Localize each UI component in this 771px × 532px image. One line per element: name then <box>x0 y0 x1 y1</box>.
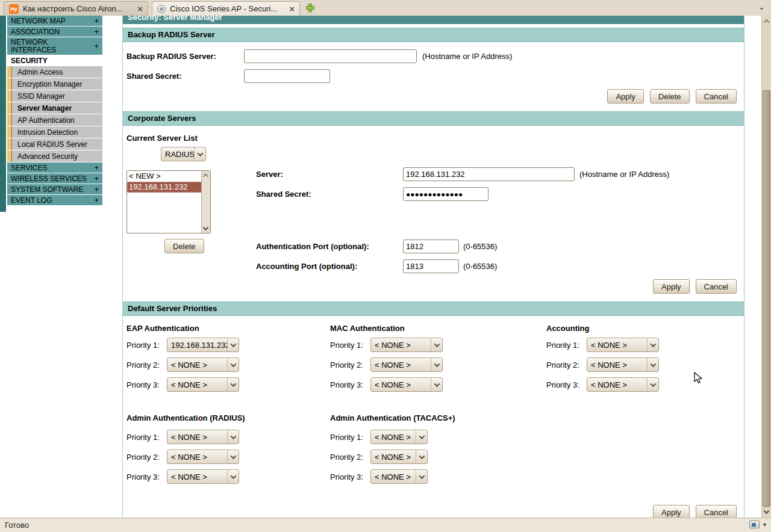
acct-priority-3-select[interactable]: < NONE > <box>587 377 659 392</box>
chevron-down-icon <box>431 338 442 351</box>
close-tab-icon[interactable]: × <box>289 5 295 13</box>
section-header-default-priorities: Default Server Priorities <box>123 302 744 316</box>
list-delete-button[interactable]: Delete <box>164 239 204 253</box>
sidebar-edge-strip <box>0 16 6 212</box>
chevron-down-icon <box>194 147 205 161</box>
browser-window: Hy Как настроить Cisco Airon... × Cisco … <box>0 0 771 532</box>
acct-port-input[interactable] <box>403 259 459 273</box>
admin-tacacs-priority-2-select[interactable]: < NONE > <box>370 450 428 464</box>
admin-tacacs-priority-1-select[interactable]: < NONE > <box>370 430 428 444</box>
page-favicon-icon <box>157 5 166 13</box>
backup-delete-button[interactable]: Delete <box>650 89 690 104</box>
scroll-down-icon[interactable] <box>764 508 770 514</box>
mouse-cursor-icon <box>694 372 702 385</box>
list-delete-row: Delete <box>164 239 204 253</box>
scroll-up-icon[interactable] <box>764 19 770 25</box>
vertical-scrollbar[interactable] <box>761 16 771 518</box>
scrollbar-thumb[interactable] <box>763 90 770 507</box>
sidebar-item-encryption-manager[interactable]: Encryption Manager <box>7 78 102 90</box>
auth-port-input[interactable] <box>403 240 459 253</box>
corporate-button-row: Apply Cancel <box>653 279 737 294</box>
listbox-scrollbar[interactable] <box>201 171 210 233</box>
expand-plus-icon[interactable]: + <box>94 16 99 25</box>
backup-secret-input[interactable] <box>244 69 330 83</box>
sidebar-item-association[interactable]: ASSOCIATION + <box>7 26 102 37</box>
new-tab-button[interactable] <box>305 3 315 13</box>
priorities-apply-button[interactable]: Apply <box>653 505 690 518</box>
admin-radius-priority-3-select[interactable]: < NONE > <box>167 469 239 484</box>
sidebar-item-admin-access[interactable]: Admin Access <box>7 66 102 78</box>
acct-port-label: Accounting Port (optional): <box>256 262 357 271</box>
backup-server-label: Backup RADIUS Server: <box>126 52 216 61</box>
sidebar-item-intrusion-detection[interactable]: Intrusion Detection <box>7 126 102 138</box>
sidebar-item-network-map[interactable]: NETWORK MAP + <box>7 16 102 26</box>
acct-priority-2-select[interactable]: < NONE > <box>587 357 659 372</box>
server-input[interactable] <box>403 167 575 181</box>
sidebar-item-network-interfaces[interactable]: NETWORK INTERFACES + <box>7 37 102 55</box>
expand-plus-icon[interactable]: + <box>94 174 99 183</box>
server-hint: (Hostname or IP Address) <box>579 170 669 179</box>
sidebar-item-local-radius-server[interactable]: Local RADIUS Server <box>7 138 102 150</box>
mac-priority-3-select[interactable]: < NONE > <box>370 377 443 392</box>
tab-cisco-ap[interactable]: Cisco IOS Series AP - Securi... × <box>152 1 300 16</box>
sidebar-item-advanced-security[interactable]: Advanced Security <box>7 150 102 162</box>
expand-plus-icon[interactable]: + <box>94 163 99 172</box>
tab-habr-article[interactable]: Hy Как настроить Cisco Airon... × <box>4 1 148 16</box>
backup-button-row: Apply Delete Cancel <box>607 89 737 104</box>
image-placeholder-icon[interactable] <box>749 521 760 528</box>
list-item-new[interactable]: < NEW > <box>127 171 210 182</box>
tab-title: Как настроить Cisco Airon... <box>23 4 133 13</box>
expand-plus-icon[interactable]: + <box>94 27 99 36</box>
section-header-backup-radius: Backup RADIUS Server <box>123 28 744 42</box>
scroll-up-icon[interactable] <box>203 173 209 179</box>
eap-priority-2-select[interactable]: < NONE > <box>167 357 239 372</box>
auth-port-label: Authentication Port (optional): <box>256 242 369 251</box>
server-listbox[interactable]: < NEW > 192.168.131.232 <box>126 170 211 234</box>
close-tab-icon[interactable]: × <box>137 5 143 13</box>
sidebar-item-services[interactable]: SERVICES + <box>7 162 102 173</box>
mac-priority-1-select[interactable]: < NONE > <box>370 338 443 352</box>
tab-list-chevron-icon[interactable]: ⌄ <box>758 2 765 11</box>
group-title-mac: MAC Authentication <box>330 324 405 333</box>
chevron-down-icon <box>227 450 239 463</box>
acct-priority-1-select[interactable]: < NONE > <box>587 338 659 352</box>
sidebar-item-ssid-manager[interactable]: SSID Manager <box>7 90 102 102</box>
sidebar-item-ap-authentication[interactable]: AP Authentication <box>7 114 102 126</box>
dropdown-caret-icon[interactable]: ▾ <box>763 521 766 528</box>
backup-apply-button[interactable]: Apply <box>607 89 644 104</box>
shared-secret-input[interactable] <box>403 187 489 201</box>
protocol-select[interactable]: RADIUS <box>161 147 206 161</box>
admin-radius-priority-1-select[interactable]: < NONE > <box>167 430 239 444</box>
eap-priority-1-select[interactable]: 192.168.131.232 <box>167 338 239 352</box>
expand-plus-icon[interactable]: + <box>94 42 99 51</box>
corporate-apply-button[interactable]: Apply <box>653 279 690 294</box>
sidebar-item-server-manager[interactable]: Server Manager <box>7 102 102 114</box>
expand-plus-icon[interactable]: + <box>94 196 99 205</box>
backup-server-input[interactable] <box>244 49 417 63</box>
group-title-eap: EAP Authentication <box>126 324 199 333</box>
sidebar-item-wireless-services[interactable]: WIRELESS SERVICES + <box>7 173 102 184</box>
sidebar-nav: NETWORK MAP + ASSOCIATION + NETWORK INTE… <box>7 16 102 206</box>
priorities-cancel-button[interactable]: Cancel <box>696 505 737 518</box>
list-item-server-selected[interactable]: 192.168.131.232 <box>127 182 210 193</box>
tab-bar: Hy Как настроить Cisco Airon... × Cisco … <box>0 0 771 16</box>
sidebar-item-system-software[interactable]: SYSTEM SOFTWARE + <box>7 184 102 195</box>
group-title-admin-tacacs: Admin Authentication (TACACS+) <box>330 413 455 422</box>
backup-secret-label: Shared Secret: <box>126 72 182 81</box>
sidebar-item-security[interactable]: SECURITY <box>7 55 102 66</box>
admin-tacacs-priority-3-select[interactable]: < NONE > <box>370 469 428 484</box>
expand-plus-icon[interactable]: + <box>94 185 99 194</box>
backup-cancel-button[interactable]: Cancel <box>696 89 737 104</box>
mac-priority-2-select[interactable]: < NONE > <box>370 357 443 372</box>
acct-port-hint: (0-65536) <box>463 262 497 271</box>
page-content: Security: Server Manager Backup RADIUS S… <box>122 16 744 518</box>
scroll-down-icon[interactable] <box>203 224 209 230</box>
status-text: Готово <box>5 521 29 530</box>
eap-priority-3-select[interactable]: < NONE > <box>167 377 239 392</box>
corporate-cancel-button[interactable]: Cancel <box>696 279 737 294</box>
backup-server-hint: (Hostname or IP Address) <box>422 52 512 61</box>
admin-radius-priority-2-select[interactable]: < NONE > <box>167 450 239 464</box>
sidebar-item-event-log[interactable]: EVENT LOG + <box>7 195 102 206</box>
chevron-down-icon <box>416 430 427 444</box>
group-title-admin-radius: Admin Authentication (RADIUS) <box>126 413 245 422</box>
